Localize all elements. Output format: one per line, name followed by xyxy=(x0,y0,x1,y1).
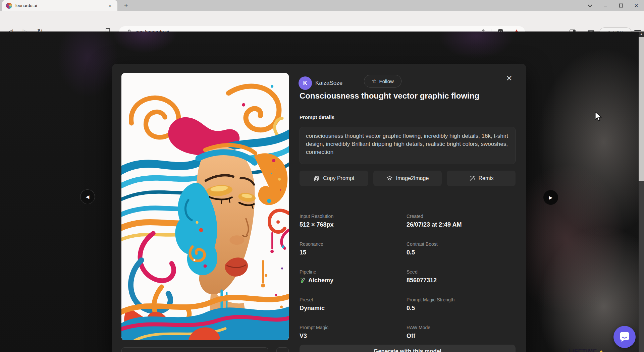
image2image-button[interactable]: Image2Image xyxy=(373,171,442,186)
window-close-button[interactable]: × xyxy=(629,0,644,11)
detail-created: Created 26/07/23 at 2:49 AM xyxy=(407,212,516,240)
chat-bubble-icon xyxy=(619,331,630,343)
right-arrow-icon: ▶ xyxy=(549,195,553,200)
tab-title: leonardo.ai xyxy=(15,3,107,8)
action-buttons: Copy Prompt Image2Image Remix xyxy=(300,171,516,186)
remix-label: Remix xyxy=(479,175,494,181)
remix-button[interactable]: Remix xyxy=(447,171,516,186)
leonardo-favicon-icon xyxy=(6,3,12,9)
browser-toolbar: ◁ ▷ ↻ app.leonardo.ai xyxy=(0,11,644,32)
follow-button[interactable]: ☆ Follow xyxy=(364,75,401,87)
tab-close-icon[interactable]: × xyxy=(107,2,113,9)
new-tab-button[interactable]: + xyxy=(121,1,131,10)
alchemy-flask-icon xyxy=(300,277,306,284)
avatar[interactable]: K xyxy=(299,76,312,90)
detail-prompt-magic-strength: Prompt Magic Strength 0.5 xyxy=(407,296,516,324)
generate-with-model-button[interactable]: Generate with this model xyxy=(300,345,516,352)
copy-prompt-label: Copy Prompt xyxy=(323,175,354,181)
scrollbar-thumb[interactable] xyxy=(639,37,644,181)
magic-wand-icon xyxy=(469,175,475,182)
artwork-toolbar-button[interactable] xyxy=(276,347,289,352)
follow-label: Follow xyxy=(379,78,393,84)
copy-icon xyxy=(313,175,320,182)
window-controls: – × xyxy=(582,0,644,11)
window-maximize-button[interactable] xyxy=(613,0,629,11)
detail-grid: Input Resolution 512 × 768px Created 26/… xyxy=(300,212,516,351)
detail-resonance: Resonance 15 xyxy=(300,240,407,268)
page-scrollbar[interactable]: ▲ xyxy=(639,32,644,352)
screen: leonardo.ai × + – × ◁ ▷ ↻ app.leonardo.a… xyxy=(0,0,644,352)
background-promo-text: LIFETIME ★ xyxy=(569,348,603,352)
copy-prompt-button[interactable]: Copy Prompt xyxy=(300,171,368,186)
detail-input-resolution: Input Resolution 512 × 768px xyxy=(300,212,407,240)
next-image-button[interactable]: ▶ xyxy=(543,190,558,205)
close-icon[interactable]: × xyxy=(504,73,515,84)
left-arrow-icon: ◀ xyxy=(86,194,90,199)
window-minimize-button[interactable]: – xyxy=(598,0,613,11)
author-name[interactable]: KaizaSoze xyxy=(315,80,342,86)
artwork-toolbar-strip[interactable] xyxy=(121,347,268,352)
detail-pipeline: Pipeline Alchemy xyxy=(300,268,407,296)
support-chat-button[interactable] xyxy=(613,326,636,348)
pipeline-value: Alchemy xyxy=(308,277,333,284)
detail-preset: Preset Dynamic xyxy=(300,296,407,324)
tab-strip: leonardo.ai × + – × xyxy=(0,0,644,11)
star-icon: ☆ xyxy=(372,78,376,84)
artwork-image[interactable] xyxy=(121,73,289,340)
sparkle-icon: ★ xyxy=(599,349,603,352)
scroll-up-arrow[interactable]: ▲ xyxy=(639,32,644,37)
image2image-label: Image2Image xyxy=(396,175,429,181)
browser-tab[interactable]: leonardo.ai × xyxy=(2,0,117,11)
tab-search-chevron-icon[interactable] xyxy=(582,0,598,11)
artwork-svg xyxy=(121,73,289,340)
prompt-details-heading: Prompt details xyxy=(300,114,334,120)
divider xyxy=(300,109,516,109)
mouse-cursor xyxy=(595,112,602,123)
layers-icon xyxy=(386,175,393,182)
detail-contrast-boost: Contrast Boost 0.5 xyxy=(407,240,516,268)
page-content: K KaizaSoze ☆ Follow × Consciousness tho… xyxy=(0,32,644,352)
detail-seed: Seed 856077312 xyxy=(407,268,516,296)
image-detail-modal: K KaizaSoze ☆ Follow × Consciousness tho… xyxy=(112,64,526,352)
image-title: Consciousness thought vector graphic flo… xyxy=(300,91,517,101)
prompt-text[interactable]: consciousness thought vector graphic flo… xyxy=(300,127,516,164)
previous-image-button[interactable]: ◀ xyxy=(80,189,95,204)
